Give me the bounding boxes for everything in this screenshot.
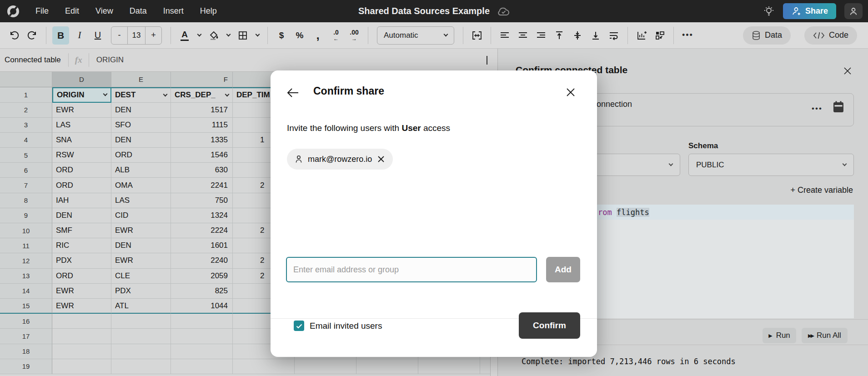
calendar-icon[interactable] — [833, 100, 844, 113]
cell[interactable] — [356, 359, 418, 374]
run-button[interactable]: ▶ Run — [763, 328, 796, 343]
remove-user-icon[interactable] — [377, 155, 385, 163]
more-tools-button[interactable]: ••• — [680, 26, 696, 45]
cell[interactable]: 2240 — [171, 253, 233, 268]
cell[interactable]: 1044 — [171, 299, 233, 314]
cell[interactable]: LAS — [52, 118, 111, 133]
cell-origin-header[interactable]: ORIGIN — [52, 87, 111, 103]
cell[interactable]: ORD — [52, 178, 111, 193]
cell[interactable] — [171, 344, 233, 359]
cell[interactable]: LAS — [111, 193, 171, 208]
cell[interactable] — [295, 359, 356, 374]
cell[interactable]: EWR — [52, 103, 111, 118]
row-number[interactable]: 8 — [0, 193, 52, 208]
cell[interactable]: EWR — [111, 253, 171, 268]
decrease-decimal-button[interactable]: .0← — [328, 26, 344, 45]
row-number[interactable]: 17 — [0, 329, 52, 344]
email-invited-checkbox[interactable] — [294, 321, 304, 331]
menu-view[interactable]: View — [87, 0, 121, 22]
cell[interactable]: 2241 — [171, 178, 233, 193]
cell[interactable] — [52, 329, 111, 344]
cell[interactable] — [111, 344, 171, 359]
cell[interactable]: 1115 — [171, 118, 233, 133]
document-title[interactable]: Shared Data Sources Example — [358, 6, 490, 16]
cell[interactable]: 1601 — [171, 238, 233, 253]
data-panel-button[interactable]: Data — [743, 26, 791, 45]
cell-dest-header[interactable]: DEST — [111, 87, 171, 103]
row-number[interactable]: 5 — [0, 148, 52, 163]
underline-button[interactable]: U — [90, 26, 105, 45]
menu-data[interactable]: Data — [121, 0, 155, 22]
cell[interactable]: PDX — [111, 284, 171, 299]
row-number[interactable]: 2 — [0, 103, 52, 118]
cell[interactable] — [171, 314, 233, 329]
cell[interactable] — [52, 359, 111, 374]
cell[interactable] — [233, 359, 295, 374]
cell[interactable]: DEN — [111, 238, 171, 253]
name-box[interactable]: Connected table — [0, 55, 68, 65]
add-button[interactable]: Add — [546, 257, 580, 282]
row-number[interactable]: 13 — [0, 269, 52, 284]
cell[interactable]: CLE — [111, 269, 171, 284]
comma-format-button[interactable]: , — [310, 26, 326, 45]
cell[interactable]: 1546 — [171, 148, 233, 163]
fill-color-button[interactable] — [206, 26, 221, 45]
pivot-table-button[interactable] — [652, 26, 667, 45]
valign-top-button[interactable] — [552, 26, 567, 45]
panel-close-icon[interactable] — [843, 66, 853, 76]
cell[interactable]: DEN — [111, 133, 171, 148]
cell[interactable]: 2059 — [171, 269, 233, 284]
valign-bottom-button[interactable] — [588, 26, 603, 45]
fx-icon[interactable]: fx — [69, 55, 89, 65]
italic-button[interactable]: I — [72, 26, 87, 45]
cell[interactable]: ORD — [52, 163, 111, 178]
text-wrap-button[interactable] — [606, 26, 622, 45]
cell[interactable]: RSW — [52, 148, 111, 163]
percent-format-button[interactable]: % — [292, 26, 307, 45]
bold-button[interactable]: B — [52, 26, 69, 45]
account-button[interactable] — [844, 3, 863, 19]
cell-crsdep-header[interactable]: CRS_DEP_ — [171, 87, 233, 103]
align-center-button[interactable] — [515, 26, 531, 45]
row-number[interactable]: 19 — [0, 359, 52, 374]
text-color-dropdown[interactable] — [195, 26, 203, 45]
cell[interactable]: EWR — [52, 299, 111, 314]
share-button[interactable]: Share — [783, 3, 836, 19]
cell[interactable]: 1335 — [171, 133, 233, 148]
row-number[interactable]: 6 — [0, 163, 52, 178]
row-number[interactable]: 18 — [0, 344, 52, 359]
back-arrow-icon[interactable] — [286, 87, 300, 99]
cell[interactable]: SFO — [111, 118, 171, 133]
valign-middle-button[interactable] — [570, 26, 585, 45]
redo-button[interactable] — [25, 26, 40, 45]
cell[interactable]: DEN — [111, 103, 171, 118]
insert-chart-button[interactable] — [634, 26, 649, 45]
app-logo-icon[interactable] — [6, 5, 20, 18]
cell[interactable]: ALB — [111, 163, 171, 178]
font-size-increase-button[interactable]: + — [146, 27, 161, 44]
text-color-button[interactable]: A — [177, 26, 192, 45]
cell[interactable]: 630 — [171, 163, 233, 178]
cell[interactable]: CID — [111, 208, 171, 223]
cell[interactable]: IAH — [52, 193, 111, 208]
lightbulb-icon[interactable] — [763, 5, 775, 17]
row-number[interactable]: 1 — [0, 87, 52, 103]
number-format-dropdown[interactable]: Automatic — [377, 26, 454, 45]
row-number[interactable]: 16 — [0, 314, 52, 329]
cell[interactable] — [52, 314, 111, 329]
cell[interactable]: 750 — [171, 193, 233, 208]
formula-bar-expand-chevron[interactable] — [487, 56, 487, 64]
email-input[interactable] — [286, 257, 537, 282]
cell[interactable]: SNA — [52, 133, 111, 148]
cell[interactable]: 1517 — [171, 103, 233, 118]
row-number[interactable]: 12 — [0, 253, 52, 268]
row-number[interactable]: 10 — [0, 223, 52, 238]
cell[interactable]: RIC — [52, 238, 111, 253]
cell[interactable] — [111, 359, 171, 374]
menu-insert[interactable]: Insert — [155, 0, 192, 22]
cell[interactable]: 1324 — [171, 208, 233, 223]
column-header-e[interactable]: E — [111, 72, 171, 87]
run-all-button[interactable]: ▶▶ Run All — [802, 328, 848, 343]
menu-file[interactable]: File — [27, 0, 57, 22]
filter-chevron-icon[interactable] — [163, 92, 168, 96]
